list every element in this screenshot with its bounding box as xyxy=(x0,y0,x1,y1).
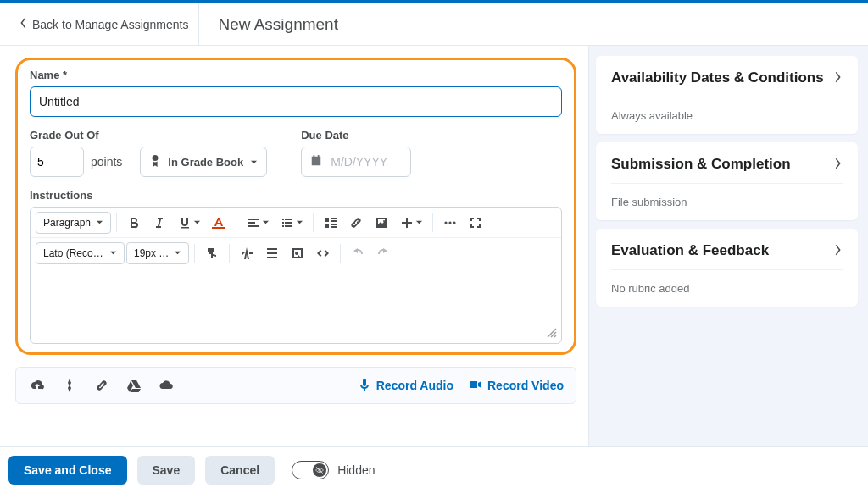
editor-content-area[interactable] xyxy=(31,269,561,343)
page-title: New Assignment xyxy=(199,15,338,34)
svg-point-7 xyxy=(444,221,447,224)
image-button[interactable] xyxy=(370,211,393,235)
evaluation-summary: No rubric added xyxy=(611,282,843,295)
svg-rect-3 xyxy=(331,220,337,222)
toolbar-divider xyxy=(313,213,314,232)
fullscreen-button[interactable] xyxy=(464,211,487,235)
format-painter-button[interactable] xyxy=(200,241,224,265)
insert-stuff-button[interactable] xyxy=(319,211,342,235)
save-button[interactable]: Save xyxy=(137,456,196,485)
availability-panel: Availability Dates & Conditions Always a… xyxy=(596,56,858,134)
text-color-button[interactable] xyxy=(207,211,231,235)
svg-rect-4 xyxy=(325,224,329,228)
attachment-sources xyxy=(28,376,175,395)
video-camera-icon xyxy=(469,378,482,394)
gradebook-label: In Grade Book xyxy=(168,156,243,169)
chevron-left-icon xyxy=(19,17,27,31)
points-label: points xyxy=(91,155,122,169)
chevron-right-icon xyxy=(834,71,843,86)
chevron-right-icon xyxy=(834,244,843,258)
svg-point-9 xyxy=(453,221,455,224)
align-button[interactable] xyxy=(242,211,274,235)
evaluation-panel-toggle[interactable]: Evaluation & Feedback xyxy=(611,242,843,270)
attachments-bar: Record Audio Record Video xyxy=(15,367,576,404)
svg-rect-1 xyxy=(325,218,329,222)
cancel-button[interactable]: Cancel xyxy=(205,456,275,485)
svg-point-8 xyxy=(448,221,451,224)
chevron-right-icon xyxy=(834,158,843,172)
undo-button[interactable] xyxy=(346,241,370,265)
due-date-placeholder: M/D/YYYY xyxy=(331,155,387,169)
evaluation-panel: Evaluation & Feedback No rubric added xyxy=(596,229,858,307)
toolbar-divider xyxy=(116,213,117,232)
vertical-divider xyxy=(131,152,131,172)
chevron-down-icon xyxy=(109,247,117,259)
block-format-select[interactable]: Paragraph xyxy=(36,212,111,234)
quicklink-attach-icon[interactable] xyxy=(60,376,79,395)
footer-actions: Save and Close Save Cancel Hidden xyxy=(0,446,868,493)
submission-summary: File submission xyxy=(611,196,843,208)
page-header: Back to Manage Assignments New Assignmen… xyxy=(0,3,868,46)
divider-button[interactable] xyxy=(260,241,284,265)
redo-button[interactable] xyxy=(371,241,395,265)
grade-label: Grade Out Of xyxy=(30,129,267,141)
svg-rect-5 xyxy=(331,224,337,225)
resize-handle-icon[interactable] xyxy=(546,327,558,341)
highlighted-region: Name * Grade Out Of points In Grade Book xyxy=(15,58,576,355)
editor-toolbar-row-1: Paragraph xyxy=(31,208,561,238)
media-record-links: Record Audio Record Video xyxy=(358,378,564,394)
gradebook-dropdown[interactable]: In Grade Book xyxy=(140,147,267,177)
toolbar-divider xyxy=(229,244,230,263)
list-button[interactable] xyxy=(275,211,308,235)
font-family-select[interactable]: Lato (Recom… xyxy=(36,242,125,264)
availability-summary: Always available xyxy=(611,109,843,122)
bold-button[interactable] xyxy=(122,211,146,235)
instructions-label: Instructions xyxy=(30,189,562,202)
font-size-select[interactable]: 19px … xyxy=(126,242,189,264)
record-audio-link[interactable]: Record Audio xyxy=(358,378,453,394)
due-date-input[interactable]: M/D/YYYY xyxy=(301,147,411,177)
record-video-link[interactable]: Record Video xyxy=(469,378,564,394)
back-link[interactable]: Back to Manage Assignments xyxy=(8,3,199,45)
italic-button[interactable] xyxy=(147,211,171,235)
editor-toolbar-row-2: Lato (Recom… 19px … xyxy=(31,238,561,269)
svg-rect-2 xyxy=(331,218,337,219)
underline-button[interactable] xyxy=(173,211,205,235)
toolbar-divider xyxy=(432,213,433,232)
back-link-label: Back to Manage Assignments xyxy=(32,18,188,31)
grade-input[interactable] xyxy=(30,147,84,177)
availability-panel-toggle[interactable]: Availability Dates & Conditions xyxy=(611,69,843,97)
toolbar-divider xyxy=(340,244,341,263)
onedrive-icon[interactable] xyxy=(157,376,175,395)
google-drive-icon[interactable] xyxy=(125,376,143,395)
side-panels: Availability Dates & Conditions Always a… xyxy=(588,46,868,446)
main-content: Name * Grade Out Of points In Grade Book xyxy=(0,46,868,446)
calendar-icon xyxy=(310,155,322,169)
visibility-toggle-switch[interactable] xyxy=(292,461,329,479)
quicklink-button[interactable] xyxy=(344,211,368,235)
preview-button[interactable] xyxy=(286,241,309,265)
grade-out-of-group: Grade Out Of points In Grade Book xyxy=(30,129,267,177)
source-code-button[interactable] xyxy=(311,241,335,265)
submission-panel: Submission & Completion File submission xyxy=(596,142,858,220)
equation-button[interactable] xyxy=(235,241,259,265)
toolbar-divider xyxy=(194,244,195,263)
chevron-down-icon xyxy=(96,217,103,229)
more-actions-button[interactable] xyxy=(438,211,462,235)
name-input[interactable] xyxy=(30,86,562,117)
form-column: Name * Grade Out Of points In Grade Book xyxy=(0,46,588,446)
visibility-label: Hidden xyxy=(337,463,375,477)
submission-panel-toggle[interactable]: Submission & Completion xyxy=(611,156,843,184)
save-and-close-button[interactable]: Save and Close xyxy=(8,456,127,485)
chevron-down-icon xyxy=(250,156,258,169)
name-label: Name * xyxy=(30,69,562,81)
upload-file-icon[interactable] xyxy=(28,376,47,395)
ribbon-icon xyxy=(149,155,161,169)
chevron-down-icon xyxy=(174,247,181,259)
svg-rect-0 xyxy=(212,227,225,229)
microphone-icon xyxy=(358,378,371,394)
visibility-toggle: Hidden xyxy=(292,461,375,479)
insert-more-button[interactable] xyxy=(395,211,427,235)
rich-text-editor: Paragraph xyxy=(30,207,562,344)
link-attach-icon[interactable] xyxy=(92,376,111,395)
